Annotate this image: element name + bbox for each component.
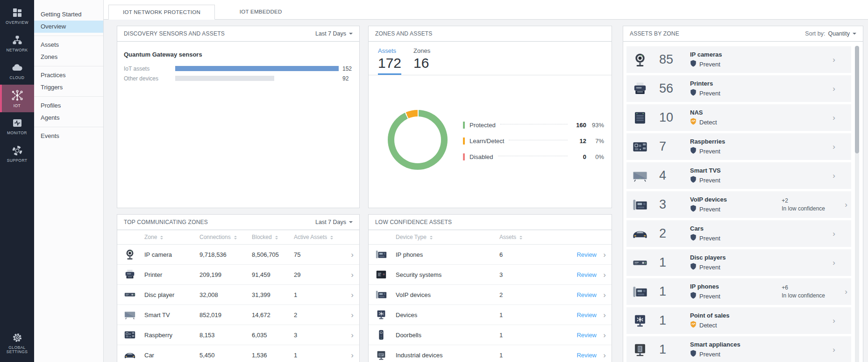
- chevron-right-icon[interactable]: ›: [832, 346, 835, 354]
- column-assets[interactable]: Assets: [499, 234, 562, 240]
- chevron-right-icon[interactable]: ›: [344, 331, 354, 339]
- menu-item-overview[interactable]: Overview: [34, 21, 103, 33]
- table-row[interactable]: Car 5,450 1,536 1 ›: [117, 345, 359, 362]
- zone-policy: Detect: [690, 321, 832, 329]
- bar-label: Other devices: [124, 75, 175, 82]
- toggle-assets[interactable]: Assets 172: [378, 47, 401, 75]
- zone-row[interactable]: 85IP camerasPrevent›: [626, 46, 851, 73]
- chevron-right-icon[interactable]: ›: [597, 271, 606, 279]
- chevron-right-icon[interactable]: ›: [597, 351, 606, 359]
- time-range-dropdown[interactable]: Last 7 Days: [315, 219, 353, 225]
- tab-iot-network-protection[interactable]: IOT NETWORK PROTECTION: [108, 5, 215, 20]
- rail-item-network[interactable]: NETWORK: [0, 29, 34, 57]
- bar-row-iot-assets: IoT assets 152: [124, 64, 353, 73]
- menu-item-triggers[interactable]: Triggers: [34, 81, 103, 94]
- table-row[interactable]: Industrial devices 1 Review ›: [369, 345, 612, 362]
- chevron-right-icon[interactable]: ›: [835, 201, 847, 209]
- zone-row[interactable]: 3VoIP devicesPrevent+2In low confidence›: [626, 191, 851, 218]
- chevron-right-icon[interactable]: ›: [597, 251, 606, 259]
- table-row[interactable]: Devices 1 Review ›: [369, 305, 612, 325]
- zone-row[interactable]: 10NASDetect›: [626, 104, 851, 131]
- chevron-right-icon[interactable]: ›: [597, 291, 606, 299]
- sort-icon: [234, 236, 237, 239]
- zone-policy: Detect: [690, 118, 832, 126]
- table-row[interactable]: Raspberry 8,153 6,035 3 ›: [117, 325, 359, 345]
- review-link[interactable]: Review: [562, 332, 597, 339]
- network-icon: [12, 35, 23, 46]
- chevron-right-icon[interactable]: ›: [597, 331, 606, 339]
- zone-asset-count: 1: [659, 284, 690, 299]
- column-blocked[interactable]: Blocked: [252, 234, 294, 240]
- menu-item-agents[interactable]: Agents: [34, 112, 103, 124]
- rail-item-support[interactable]: SUPPORT: [0, 140, 34, 167]
- zone-row[interactable]: 1Smart appliancesPrevent›: [626, 336, 851, 362]
- zone-row[interactable]: 1IP phonesPrevent+6In low confidence›: [626, 278, 851, 305]
- menu-item-profiles[interactable]: Profiles: [34, 100, 103, 112]
- chevron-right-icon[interactable]: ›: [344, 291, 354, 299]
- chevron-right-icon[interactable]: ›: [832, 56, 835, 64]
- chevron-right-icon[interactable]: ›: [832, 85, 835, 93]
- chevron-right-icon[interactable]: ›: [344, 251, 354, 259]
- table-row[interactable]: IP camera 9,718,536 8,506,705 75 ›: [117, 245, 359, 265]
- table-row[interactable]: Disc player 32,008 31,399 1 ›: [117, 285, 359, 305]
- zone-row[interactable]: 56PrintersPrevent›: [626, 75, 851, 102]
- review-link[interactable]: Review: [562, 311, 597, 319]
- table-row[interactable]: Printer 209,199 91,459 29 ›: [117, 265, 359, 285]
- time-range-dropdown[interactable]: Last 7 Days: [315, 30, 353, 37]
- chevron-right-icon[interactable]: ›: [344, 311, 354, 319]
- tab-iot-embedded[interactable]: IOT EMBEDDED: [215, 4, 306, 19]
- review-link[interactable]: Review: [562, 291, 597, 298]
- card-title: DISCOVERY SENSORS AND ASSETS: [124, 30, 225, 37]
- chevron-right-icon[interactable]: ›: [835, 288, 847, 296]
- zone-name: Disc players: [690, 254, 832, 261]
- table-row[interactable]: IP phones 6 Review ›: [369, 245, 612, 265]
- scrollbar-track[interactable]: [855, 46, 859, 362]
- zones-donut-chart: [388, 110, 448, 170]
- prevent-shield-icon: [690, 89, 697, 97]
- table-row[interactable]: Smart TV 852,019 14,672 2 ›: [117, 305, 359, 325]
- chevron-right-icon[interactable]: ›: [832, 143, 835, 151]
- chevron-right-icon[interactable]: ›: [832, 114, 835, 122]
- doorbell-icon: [375, 329, 387, 341]
- menu-item-getting-started[interactable]: Getting Started: [34, 8, 103, 21]
- rail-item-overview[interactable]: OVERVIEW: [0, 2, 34, 29]
- menu-item-practices[interactable]: Practices: [34, 69, 103, 81]
- menu-item-events[interactable]: Events: [34, 130, 103, 142]
- column-device-type[interactable]: Device Type: [396, 234, 499, 240]
- chevron-right-icon[interactable]: ›: [832, 259, 835, 267]
- menu-item-zones[interactable]: Zones: [34, 51, 103, 63]
- scrollbar-thumb[interactable]: [855, 46, 859, 153]
- zone-row[interactable]: 1Point of salesDetect›: [626, 307, 851, 334]
- zone-row[interactable]: 2CarsPrevent›: [626, 220, 851, 247]
- rail-item-global-settings[interactable]: GLOBAL SETTINGS: [0, 326, 34, 359]
- menu-item-assets[interactable]: Assets: [34, 39, 103, 51]
- rail-item-cloud[interactable]: CLOUD: [0, 57, 34, 85]
- zone-row[interactable]: 4Smart TVSPrevent›: [626, 162, 851, 189]
- column-zone[interactable]: Zone: [144, 234, 199, 240]
- table-row[interactable]: Doorbells 1 Review ›: [369, 325, 612, 345]
- chevron-right-icon[interactable]: ›: [597, 311, 606, 319]
- review-link[interactable]: Review: [562, 352, 597, 359]
- chevron-right-icon[interactable]: ›: [832, 230, 835, 238]
- column-active-assets[interactable]: Active Assets: [294, 234, 344, 240]
- column-connections[interactable]: Connections: [199, 234, 252, 240]
- review-link[interactable]: Review: [562, 271, 597, 278]
- toggle-zones[interactable]: Zones 16: [413, 47, 430, 75]
- chevron-right-icon[interactable]: ›: [832, 317, 835, 325]
- table-row[interactable]: VoIP devices 2 Review ›: [369, 285, 612, 305]
- chevron-right-icon[interactable]: ›: [832, 172, 835, 180]
- rail-item-iot[interactable]: IOT: [0, 85, 34, 112]
- prevent-shield-icon: [690, 205, 697, 213]
- zone-name: Smart TVS: [690, 167, 832, 174]
- chevron-right-icon[interactable]: ›: [344, 351, 354, 359]
- zone-row[interactable]: 7RaspberriesPrevent›: [626, 133, 851, 160]
- zone-asset-count: 7: [659, 139, 690, 154]
- table-row[interactable]: Security systems 3 Review ›: [369, 265, 612, 285]
- review-link[interactable]: Review: [562, 251, 597, 258]
- rail-item-monitor[interactable]: MONITOR: [0, 112, 34, 140]
- zone-policy: Prevent: [690, 89, 832, 97]
- chevron-right-icon[interactable]: ›: [344, 271, 354, 279]
- low-confidence-extra: +6In low confidence: [782, 284, 835, 300]
- sort-by-dropdown[interactable]: Sort by: Quantity: [805, 30, 856, 37]
- zone-row[interactable]: 1Disc playersPrevent›: [626, 249, 851, 276]
